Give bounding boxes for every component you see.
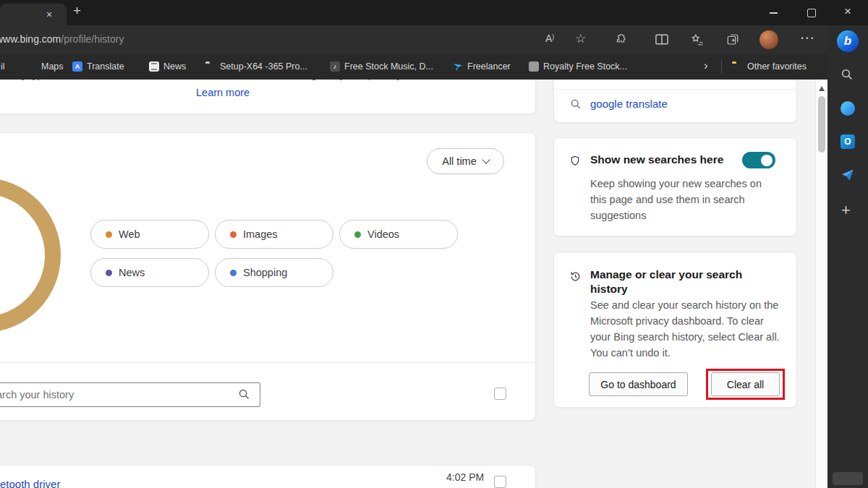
filter-pill-label: Images	[243, 228, 278, 240]
url-host: www.bing.com	[0, 33, 61, 45]
select-all-checkbox[interactable]	[494, 388, 506, 400]
bing-copilot-icon[interactable]	[837, 30, 859, 52]
bookmarks-divider	[721, 60, 722, 74]
manage-history-title: Manage or clear your search history	[590, 267, 746, 296]
drop-icon[interactable]	[841, 168, 855, 182]
window-close-icon[interactable]: ×	[844, 4, 851, 19]
donut-count-partial: 0	[0, 235, 1, 282]
history-chart-card: 0 All time Web Images Videos News Shoppi…	[0, 132, 536, 421]
page-scrollbar[interactable]	[815, 80, 827, 488]
address-bar: www.bing.com/profile/history A) ☆ ⋯	[0, 25, 868, 54]
profile-avatar[interactable]	[760, 30, 778, 49]
music-site-favicon-icon	[330, 61, 340, 72]
filter-dot-1	[230, 231, 237, 238]
bookmark-item[interactable]: Freelancer	[467, 61, 511, 72]
news-favicon-icon	[149, 61, 159, 72]
filter-dot-4	[230, 270, 237, 276]
history-item-link[interactable]: etooth driver	[0, 478, 60, 488]
history-item-time: 4:02 PM	[446, 471, 484, 483]
tab-close-icon[interactable]: ×	[46, 9, 52, 20]
history-search	[0, 382, 260, 407]
browser-tab[interactable]: ×	[0, 4, 67, 25]
site-favicon-icon	[529, 61, 539, 72]
more-options-icon[interactable]: ⋯	[800, 29, 814, 46]
browser-window: y typ g y p y Learn more 0 All time Web …	[0, 0, 868, 488]
window-minimize-icon[interactable]	[770, 12, 778, 14]
sidebar-customize-plus-icon[interactable]: +	[841, 201, 851, 220]
bookmark-item[interactable]: Maps	[41, 61, 64, 72]
split-screen-icon[interactable]	[655, 34, 668, 45]
go-to-dashboard-button[interactable]: Go to dashboard	[589, 372, 688, 396]
edge-sidebar: +	[827, 25, 868, 488]
other-favorites-button[interactable]: Other favorites	[747, 61, 807, 72]
bookmark-item[interactable]: Royalty Free Stock...	[543, 61, 627, 72]
sidebar-search-icon[interactable]	[841, 68, 854, 81]
manage-history-card: Manage or clear your search history See …	[553, 252, 797, 408]
new-tab-icon[interactable]: +	[73, 3, 81, 19]
suggestion-query: google translate	[590, 98, 668, 110]
time-range-label: All time	[442, 155, 477, 167]
sidebar-bottom-button[interactable]	[833, 472, 863, 485]
filter-pill-label: Videos	[367, 228, 399, 240]
collections-icon[interactable]	[726, 33, 739, 46]
bookmark-item[interactable]: il	[1, 61, 5, 72]
url-path: /profile/history	[61, 33, 124, 45]
extensions-icon[interactable]	[614, 33, 627, 46]
new-searches-toggle[interactable]	[742, 152, 775, 168]
show-new-searches-description: Keep showing your new searches on this p…	[590, 176, 773, 223]
search-icon	[570, 98, 582, 110]
history-item-checkbox[interactable]	[494, 476, 506, 488]
clear-all-button[interactable]: Clear all	[711, 372, 780, 396]
bookmarks-overflow-chevron[interactable]: ›	[704, 59, 708, 73]
discover-icon[interactable]	[841, 101, 855, 116]
bookmark-item[interactable]: Setup-X64 -365 Pro...	[220, 61, 307, 72]
show-new-searches-title: Show new searches here	[590, 153, 723, 166]
filter-dot-2	[354, 231, 361, 238]
title-bar: × + ×	[0, 0, 868, 25]
filter-pill-label: Shopping	[243, 267, 287, 278]
history-donut-chart	[0, 178, 61, 333]
show-new-searches-card: Show new searches here Keep showing your…	[553, 137, 797, 236]
scrollbar-thumb[interactable]	[818, 96, 825, 153]
bookmark-item[interactable]: News	[163, 61, 186, 72]
bookmark-item[interactable]: Translate	[87, 61, 124, 72]
suggestion-divider	[554, 89, 796, 90]
filter-pill-shopping[interactable]: Shopping	[215, 258, 333, 287]
history-search-input[interactable]	[0, 382, 260, 407]
filter-pill-label: News	[119, 267, 145, 278]
filter-dot-0	[106, 231, 112, 238]
section-divider	[0, 362, 535, 363]
bookmarks-bar: il Maps Translate News Setup-X64 -365 Pr…	[0, 54, 868, 80]
manage-history-description: See and clear your search history on the…	[590, 297, 780, 361]
search-suggestions-card: google translate	[553, 72, 797, 123]
favorite-star-icon[interactable]: ☆	[575, 31, 586, 46]
url-field[interactable]: www.bing.com/profile/history	[0, 33, 124, 45]
filter-pill-web[interactable]: Web	[90, 220, 209, 249]
freelancer-favicon-icon	[453, 62, 464, 72]
shield-icon	[569, 155, 581, 167]
read-aloud-icon[interactable]: A)	[545, 33, 554, 44]
time-range-dropdown[interactable]: All time	[427, 148, 504, 174]
history-icon	[569, 270, 582, 283]
filter-pill-news[interactable]: News	[90, 258, 209, 287]
filter-pill-label: Web	[119, 228, 140, 240]
translate-favicon-icon	[72, 61, 82, 72]
history-list-card: etooth driver 4:02 PM	[0, 465, 536, 488]
favorites-hub-icon[interactable]	[691, 33, 704, 46]
chevron-down-icon	[482, 155, 490, 163]
bookmark-item[interactable]: Free Stock Music, D...	[344, 61, 433, 72]
filter-pill-images[interactable]: Images	[215, 220, 333, 249]
filter-dot-3	[106, 270, 112, 276]
scrollbar-up-arrow-icon[interactable]	[819, 86, 825, 91]
learn-more-link[interactable]: Learn more	[196, 87, 250, 98]
filter-pill-videos[interactable]: Videos	[339, 220, 458, 249]
window-maximize-icon[interactable]	[807, 9, 816, 17]
suggestion-row[interactable]: google translate	[570, 98, 668, 110]
outlook-icon[interactable]	[841, 134, 855, 149]
search-icon	[238, 388, 250, 401]
